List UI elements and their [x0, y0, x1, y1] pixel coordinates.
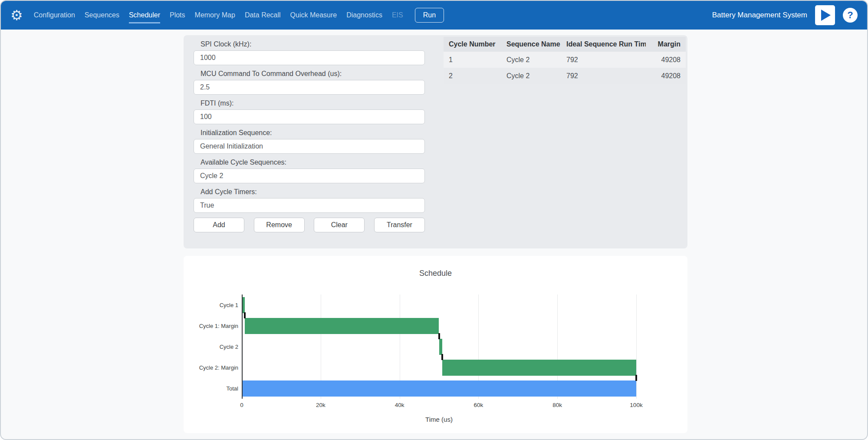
- nav-item-data-recall[interactable]: Data Recall: [240, 1, 286, 30]
- table-row[interactable]: 1 Cycle 2 792 49208: [444, 52, 686, 68]
- cell-sequence-name: Cycle 2: [501, 72, 561, 80]
- x-axis-tick: 0: [240, 402, 243, 408]
- field-fdti: FDTI (ms):: [194, 99, 425, 124]
- gridline: [636, 294, 637, 399]
- y-axis-label: Cycle 2: [184, 336, 238, 357]
- chart-x-ticks: 020k40k60k80k100k: [242, 402, 636, 410]
- remove-button[interactable]: Remove: [254, 218, 305, 232]
- table-header-row: Cycle Number Sequence Name Ideal Sequenc…: [444, 37, 686, 52]
- schedule-chart-card: Schedule Cycle 1Cycle 1: MarginCycle 2Cy…: [184, 256, 687, 433]
- cell-ideal-run-time: 792: [561, 56, 646, 64]
- bar-end-marker: [441, 354, 443, 360]
- form-buttons: Add Remove Clear Transfer: [194, 218, 425, 232]
- top-navbar: ⚙ Configuration Sequences Scheduler Plot…: [1, 1, 867, 30]
- x-axis-tick: 20k: [316, 402, 326, 408]
- help-button[interactable]: ?: [843, 8, 858, 23]
- play-button[interactable]: [815, 5, 835, 25]
- y-axis-label: Cycle 1: Margin: [184, 315, 238, 336]
- nav-item-quick-measure[interactable]: Quick Measure: [286, 1, 342, 30]
- fdti-label: FDTI (ms):: [201, 99, 425, 107]
- nav-item-configuration[interactable]: Configuration: [29, 1, 80, 30]
- table-row[interactable]: 2 Cycle 2 792 49208: [444, 68, 686, 84]
- cell-sequence-name: Cycle 2: [501, 56, 561, 64]
- help-icon: ?: [847, 10, 853, 21]
- mcu-overhead-label: MCU Command To Command Overhead (us):: [201, 70, 425, 78]
- field-mcu-overhead: MCU Command To Command Overhead (us):: [194, 70, 425, 95]
- app-title: Battery Management System: [712, 11, 807, 20]
- nav-item-scheduler[interactable]: Scheduler: [124, 1, 165, 30]
- nav-item-eis[interactable]: EIS: [387, 1, 408, 30]
- cycle-timers-input[interactable]: [194, 198, 425, 213]
- y-axis-label: Total: [184, 378, 238, 399]
- cell-cycle-number: 2: [444, 72, 501, 80]
- cell-margin: 49208: [646, 56, 686, 64]
- init-sequence-label: Initialization Sequence:: [201, 129, 425, 137]
- transfer-button[interactable]: Transfer: [374, 218, 425, 232]
- field-init-sequence: Initialization Sequence:: [194, 129, 425, 154]
- nav-item-diagnostics[interactable]: Diagnostics: [342, 1, 387, 30]
- cell-ideal-run-time: 792: [561, 72, 646, 80]
- x-axis-tick: 40k: [395, 402, 404, 408]
- bar-end-marker: [438, 333, 440, 339]
- play-icon: [821, 10, 831, 21]
- clear-button[interactable]: Clear: [314, 218, 365, 232]
- nav-item-memory-map[interactable]: Memory Map: [190, 1, 240, 30]
- fdti-input[interactable]: [194, 109, 425, 124]
- chart-title: Schedule: [184, 269, 687, 278]
- nav-item-plots[interactable]: Plots: [165, 1, 190, 30]
- cycle-sequences-label: Available Cycle Sequences:: [201, 159, 425, 166]
- chart-y-labels: Cycle 1Cycle 1: MarginCycle 2Cycle 2: Ma…: [184, 294, 238, 399]
- run-button[interactable]: Run: [415, 8, 444, 23]
- col-header-ideal-run-time: Ideal Sequence Run Time (us): [561, 40, 646, 48]
- field-cycle-sequences: Available Cycle Sequences:: [194, 159, 425, 183]
- col-header-margin: Margin: [646, 40, 686, 48]
- nav-item-sequences[interactable]: Sequences: [80, 1, 124, 30]
- add-button[interactable]: Add: [194, 218, 244, 232]
- col-header-sequence-name: Sequence Name: [501, 40, 561, 48]
- cycles-table: Cycle Number Sequence Name Ideal Sequenc…: [444, 37, 686, 84]
- mcu-overhead-input[interactable]: [194, 80, 425, 95]
- scheduler-form: SPI Clock (kHz): MCU Command To Command …: [194, 40, 425, 232]
- chart-x-axis-label: Time (us): [242, 416, 636, 423]
- cell-cycle-number: 1: [444, 56, 501, 64]
- schedule-plot: [242, 294, 636, 399]
- gear-icon[interactable]: ⚙: [10, 8, 23, 22]
- y-axis-line: [242, 294, 243, 399]
- col-header-cycle-number: Cycle Number: [444, 40, 501, 48]
- chart-bar-cycle-2: [439, 339, 442, 355]
- app-window: ⚙ Configuration Sequences Scheduler Plot…: [0, 0, 868, 440]
- y-axis-label: Cycle 2: Margin: [184, 357, 238, 378]
- nav-items: Configuration Sequences Scheduler Plots …: [29, 1, 408, 30]
- chart-bar-cycle-2-margin: [442, 360, 636, 376]
- x-axis-tick: 100k: [630, 402, 642, 408]
- x-axis-tick: 80k: [552, 402, 562, 408]
- chart-bar-cycle-1-margin: [245, 318, 439, 334]
- navbar-right: Battery Management System ?: [712, 5, 858, 25]
- cycle-sequences-input[interactable]: [194, 169, 425, 183]
- x-axis-tick: 60k: [474, 402, 483, 408]
- spi-clock-label: SPI Clock (kHz):: [201, 40, 425, 48]
- chart-bar-total: [242, 380, 636, 397]
- spi-clock-input[interactable]: [194, 50, 425, 65]
- field-cycle-timers: Add Cycle Timers:: [194, 188, 425, 213]
- scheduler-panel: SPI Clock (kHz): MCU Command To Command …: [184, 35, 687, 248]
- bar-end-marker: [244, 312, 246, 318]
- field-spi-clock: SPI Clock (kHz):: [194, 40, 425, 65]
- cycle-timers-label: Add Cycle Timers:: [201, 188, 425, 196]
- init-sequence-input[interactable]: [194, 139, 425, 154]
- y-axis-label: Cycle 1: [184, 294, 238, 315]
- cell-margin: 49208: [646, 72, 686, 80]
- bar-end-marker: [635, 375, 637, 381]
